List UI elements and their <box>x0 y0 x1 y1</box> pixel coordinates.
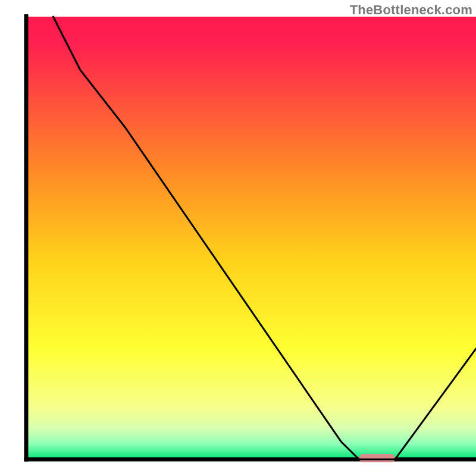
plot-background <box>26 17 476 459</box>
optimal-range-marker <box>359 454 394 462</box>
chart-container: TheBottleneck.com <box>0 0 476 476</box>
bottleneck-chart <box>0 0 476 476</box>
watermark-text: TheBottleneck.com <box>350 2 472 18</box>
